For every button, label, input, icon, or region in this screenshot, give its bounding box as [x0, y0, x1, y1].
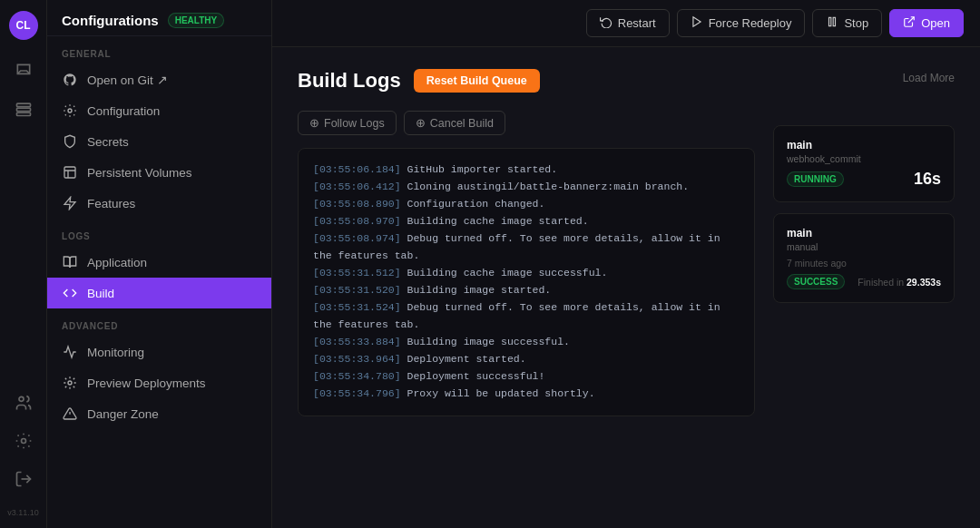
sidebar-item-label: Monitoring: [87, 346, 144, 359]
restart-button[interactable]: Restart: [586, 9, 670, 37]
danger-icon: [62, 406, 78, 422]
svg-rect-1: [16, 108, 30, 111]
nav-users-icon[interactable]: [7, 386, 40, 419]
log-line: [03:55:33.964] Deployment started.: [313, 351, 740, 368]
svg-rect-2: [16, 112, 30, 115]
monitoring-icon: [62, 344, 78, 360]
stop-label: Stop: [844, 16, 868, 30]
sidebar-item-monitoring[interactable]: Monitoring: [47, 337, 271, 367]
cancel-build-label: Cancel Build: [430, 117, 494, 130]
log-box: [03:55:06.184] GitHub importer started.[…: [298, 148, 755, 416]
current-status: RUNNING: [787, 171, 844, 187]
load-more-button[interactable]: Load More: [903, 72, 955, 84]
configuration-icon: [62, 103, 78, 119]
status-badge: HEALTHY: [168, 13, 224, 28]
sidebar-item-application[interactable]: Application: [47, 247, 271, 278]
svg-point-3: [19, 396, 24, 401]
svg-point-4: [21, 439, 25, 444]
open-button[interactable]: Open: [889, 9, 964, 37]
previous-finish: Finished in 29.353s: [858, 277, 941, 288]
follow-logs-button[interactable]: ⊕ Follow Logs: [298, 111, 397, 135]
svg-line-15: [908, 17, 914, 23]
previous-status: SUCCESS: [787, 274, 845, 289]
previous-trigger: manual: [787, 241, 941, 252]
log-line: [03:55:06.412] Cloning austingil/battle-…: [313, 179, 740, 196]
previous-build-card: main manual 7 minutes ago SUCCESS Finish…: [773, 213, 955, 303]
page-title: Build Logs Reset Build Queue: [298, 69, 755, 93]
sidebar-item-label: Persistent Volumes: [87, 166, 192, 180]
sidebar-item-build[interactable]: Build: [47, 278, 271, 308]
features-icon: [62, 195, 78, 211]
secrets-icon: [62, 133, 78, 150]
nav-settings-icon[interactable]: [7, 425, 40, 457]
svg-rect-0: [16, 103, 30, 106]
stop-button[interactable]: Stop: [812, 9, 882, 37]
sidebar-item-label: Configuration: [87, 104, 160, 118]
main-content: Restart Force Redeploy Stop Open Build L…: [272, 0, 980, 528]
log-line: [03:55:08.974] Debug turned off. To see …: [313, 230, 740, 265]
svg-rect-13: [829, 17, 831, 25]
svg-point-9: [68, 381, 72, 385]
svg-point-6: [68, 109, 72, 112]
cancel-icon: ⊕: [416, 116, 426, 130]
force-redeploy-button[interactable]: Force Redeploy: [677, 9, 806, 37]
nav-layers-icon[interactable]: [7, 93, 40, 125]
sidebar-item-label: Danger Zone: [87, 407, 159, 421]
sidebar-item-label: Features: [87, 197, 135, 210]
left-panel: Build Logs Reset Build Queue ⊕ Follow Lo…: [298, 69, 755, 506]
content-area: Build Logs Reset Build Queue ⊕ Follow Lo…: [272, 47, 980, 528]
version-label: v3.11.10: [7, 508, 39, 517]
open-icon: [903, 15, 916, 31]
section-logs: Logs: [47, 219, 271, 247]
sidebar-item-preview-deployments[interactable]: Preview Deployments: [47, 367, 271, 398]
sidebar-item-secrets[interactable]: Secrets: [47, 126, 271, 157]
log-line: [03:55:34.780] Deployment successful!: [313, 368, 740, 386]
follow-logs-label: Follow Logs: [324, 117, 385, 130]
restart-icon: [600, 15, 612, 31]
previous-time-ago: 7 minutes ago: [787, 258, 941, 269]
volumes-icon: [62, 164, 78, 181]
log-line: [03:55:31.520] Building image started.: [313, 282, 740, 299]
icon-bar: CL v3.11.10: [0, 0, 47, 528]
current-build-card: main webhook_commit RUNNING 16s: [773, 125, 955, 202]
previous-finish-time: 29.353s: [906, 277, 941, 288]
current-branch: main: [787, 139, 941, 152]
log-line: [03:55:08.970] Building cache image star…: [313, 213, 740, 230]
application-icon: [62, 254, 78, 270]
svg-marker-12: [693, 17, 701, 27]
log-line: [03:55:31.512] Building cache image succ…: [313, 265, 740, 282]
github-icon: [62, 72, 78, 88]
sidebar-item-persistent-volumes[interactable]: Persistent Volumes: [47, 157, 271, 188]
reset-build-queue-button[interactable]: Reset Build Queue: [414, 69, 540, 93]
build-icon: [62, 285, 78, 301]
avatar[interactable]: CL: [9, 11, 38, 40]
sidebar-item-label: Build: [87, 287, 114, 300]
restart-label: Restart: [618, 16, 656, 30]
log-line: [03:55:06.184] GitHub importer started.: [313, 161, 740, 179]
current-time: 16s: [914, 170, 941, 189]
sidebar-item-label: Preview Deployments: [87, 376, 206, 390]
sidebar-header: Configurations HEALTHY: [47, 0, 271, 36]
section-general: General: [47, 36, 271, 64]
sidebar-item-danger-zone[interactable]: Danger Zone: [47, 398, 271, 429]
nav-inbox-icon[interactable]: [7, 54, 40, 87]
force-redeploy-icon: [691, 15, 703, 31]
log-line: [03:55:33.884] Building image successful…: [313, 334, 740, 351]
sidebar-item-configuration[interactable]: Configuration: [47, 95, 271, 126]
current-commit: webhook_commit: [787, 153, 941, 164]
sidebar-item-open-on-git[interactable]: Open on Git ↗: [47, 64, 271, 95]
log-line: [03:55:08.890] Configuration changed.: [313, 196, 740, 213]
cancel-build-button[interactable]: ⊕ Cancel Build: [404, 111, 505, 135]
log-line: [03:55:34.796] Proxy will be updated sho…: [313, 386, 740, 403]
sidebar-item-label: Open on Git ↗: [87, 73, 168, 87]
nav-logout-icon[interactable]: [7, 463, 40, 495]
top-bar: Restart Force Redeploy Stop Open: [272, 0, 980, 47]
log-actions: ⊕ Follow Logs ⊕ Cancel Build: [298, 111, 755, 135]
sidebar-item-features[interactable]: Features: [47, 188, 271, 219]
svg-rect-14: [834, 17, 836, 25]
sidebar: Configurations HEALTHY General Open on G…: [47, 0, 272, 528]
force-redeploy-label: Force Redeploy: [709, 16, 792, 30]
preview-icon: [62, 375, 78, 391]
previous-branch: main: [787, 227, 941, 240]
stop-icon: [826, 15, 838, 31]
